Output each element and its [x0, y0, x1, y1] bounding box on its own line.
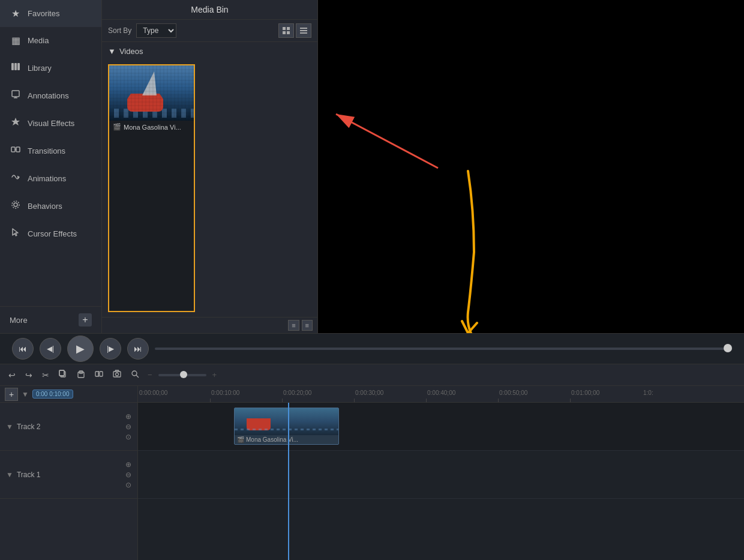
track1-expand[interactable]: ▼ — [6, 471, 13, 479]
more-button[interactable]: More + — [0, 306, 101, 333]
track1-ctrl-3[interactable]: ⊙ — [125, 481, 131, 489]
sidebar-item-label: Cursor Effects — [28, 229, 77, 238]
svg-rect-17 — [300, 30, 307, 31]
clip-film-icon: 🎬 — [237, 436, 244, 443]
svg-line-32 — [136, 375, 139, 378]
svg-rect-26 — [95, 372, 98, 376]
track2-expand[interactable]: ▼ — [6, 423, 13, 431]
media-bin-title: Media Bin — [102, 0, 317, 20]
svg-marker-6 — [11, 118, 20, 125]
track-label-track2: ▼ Track 2 ⊕ ⊖ ⊙ — [0, 403, 137, 451]
progress-thumb — [724, 344, 732, 352]
snapshot-button[interactable] — [110, 369, 124, 381]
timeline-clip-mona-gasolina[interactable]: 🎬 Mona Gasolina Vi... — [234, 408, 339, 445]
track-content: 0:00:00;00 0:00:10:00 0:00:20;00 0:00:30… — [138, 386, 744, 560]
videos-section-label: Videos — [119, 47, 143, 56]
more-label: More — [10, 316, 28, 325]
footer-btn-2[interactable]: ≡ — [302, 320, 313, 331]
svg-rect-12 — [283, 27, 286, 30]
sidebar-item-behaviors[interactable]: Behaviors — [0, 192, 101, 220]
playhead — [288, 403, 289, 560]
ruler-mark-6: 0:01:00;00 — [571, 390, 599, 396]
thumbnail-label: 🎬 Mona Gasolina Vi... — [109, 121, 194, 133]
ruler-tick-6 — [570, 399, 571, 402]
transitions-icon — [10, 145, 22, 157]
sidebar-item-label: Transitions — [28, 146, 65, 155]
sidebar-item-animations[interactable]: Animations — [0, 164, 101, 192]
sidebar-item-label: Library — [28, 64, 52, 73]
track-labels: + ▼ 0:00 0:10:00 ▼ Track 2 ⊕ ⊖ ⊙ ▼ Track… — [0, 386, 138, 560]
sidebar-item-cursor-effects[interactable]: Cursor Effects — [0, 220, 101, 247]
play-button[interactable]: ▶ — [67, 336, 94, 362]
zoom-track[interactable] — [158, 374, 206, 376]
arrow-annotation — [318, 0, 642, 333]
frame-fwd-button[interactable]: |▶ — [100, 338, 121, 360]
expand-button[interactable]: ▼ — [22, 390, 29, 399]
videos-section-header: ▼ Videos — [102, 42, 317, 59]
ruler-mark-0: 0:00:00;00 — [139, 390, 167, 396]
preview-area — [318, 0, 744, 333]
view-toggle — [278, 23, 311, 38]
ruler-tick-5 — [498, 399, 499, 402]
grid-view-button[interactable] — [278, 23, 294, 38]
svg-point-30 — [116, 373, 119, 376]
ruler-mark-7: 1:0: — [643, 390, 653, 396]
cursor-effects-icon — [10, 227, 22, 239]
split-button[interactable] — [92, 369, 106, 381]
svg-rect-15 — [287, 31, 290, 34]
add-track-button[interactable]: + — [5, 388, 18, 401]
redo-button[interactable]: ↪ — [23, 369, 35, 381]
svg-point-31 — [132, 371, 137, 376]
list-view-button[interactable] — [296, 23, 311, 38]
progress-bar[interactable] — [155, 348, 732, 350]
sort-by-label: Sort By — [108, 26, 131, 35]
film-icon: 🎬 — [113, 123, 121, 131]
copy-button[interactable] — [56, 369, 70, 381]
track-label-track1: ▼ Track 1 ⊕ ⊖ ⊙ — [0, 451, 137, 499]
collapse-icon: ▼ — [108, 47, 116, 56]
step-back-button[interactable]: ⏮ — [12, 338, 34, 360]
sidebar-item-library[interactable]: Library — [0, 54, 101, 82]
media-bin-toolbar: Sort By Type Name Date — [102, 20, 317, 42]
frame-back-button[interactable]: ◀| — [40, 338, 61, 360]
svg-rect-27 — [100, 372, 103, 376]
step-fwd-button[interactable]: ⏭ — [127, 338, 149, 360]
svg-point-11 — [12, 201, 19, 208]
sidebar-item-label: Animations — [28, 174, 66, 183]
clip-waves — [235, 429, 338, 430]
track2-ctrl-3[interactable]: ⊙ — [125, 433, 131, 441]
sidebar-item-annotations[interactable]: Annotations — [0, 82, 101, 109]
behaviors-icon — [10, 200, 22, 212]
media-thumbnail-mona-gasolina[interactable]: 🎬 Mona Gasolina Vi... — [108, 64, 195, 312]
sidebar-item-visual-effects[interactable]: Visual Effects — [0, 109, 101, 137]
svg-rect-1 — [14, 63, 17, 70]
animations-icon — [10, 172, 22, 184]
sidebar-item-media[interactable]: ▦ Media — [0, 27, 101, 54]
ruler-mark-5: 0:00:50;00 — [499, 390, 527, 396]
ruler-tick-1 — [210, 399, 211, 402]
track2-ctrl-2[interactable]: ⊖ — [125, 423, 131, 431]
ruler: 0:00:00;00 0:00:10:00 0:00:20;00 0:00:30… — [138, 386, 744, 403]
sidebar-item-favorites[interactable]: ★ Favorites — [0, 0, 101, 27]
cut-button[interactable]: ✂ — [40, 369, 52, 381]
track2-ctrl-1[interactable]: ⊕ — [125, 412, 131, 421]
sidebar-item-label: Favorites — [28, 9, 59, 18]
track-row-track2: 🎬 Mona Gasolina Vi... — [138, 403, 744, 451]
paste-button[interactable] — [74, 369, 88, 381]
sort-select[interactable]: Type Name Date — [136, 23, 176, 38]
favorites-icon: ★ — [10, 8, 22, 19]
undo-button[interactable]: ↩ — [6, 369, 18, 381]
zoom-button[interactable] — [128, 369, 142, 381]
add-sidebar-item-button[interactable]: + — [79, 313, 92, 327]
footer-btn-1[interactable]: ≡ — [288, 320, 299, 331]
ruler-mark-3: 0:00:30;00 — [355, 390, 383, 396]
svg-rect-18 — [300, 32, 307, 34]
sidebar-item-transitions[interactable]: Transitions — [0, 137, 101, 164]
clip-label: 🎬 Mona Gasolina Vi... — [235, 435, 338, 444]
annotations-icon — [10, 89, 22, 101]
sidebar-item-label: Media — [28, 36, 49, 45]
track1-ctrl-2[interactable]: ⊖ — [125, 471, 131, 479]
clip-thumbnail — [235, 408, 338, 435]
track1-ctrl-1[interactable]: ⊕ — [125, 460, 131, 469]
track2-label: Track 2 — [17, 423, 41, 431]
